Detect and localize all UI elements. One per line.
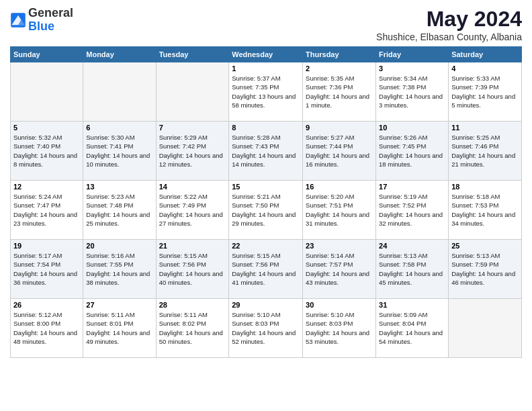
day-number: 14 [159,183,226,191]
cell-details: Sunrise: 5:33 AMSunset: 7:39 PMDaylight:… [451,74,519,109]
day-number: 11 [451,124,519,132]
cell-details: Sunrise: 5:13 AMSunset: 7:58 PMDaylight:… [379,251,445,287]
calendar-cell: 1 Sunrise: 5:37 AMSunset: 7:35 PMDayligh… [229,62,303,122]
calendar-cell [156,62,229,122]
calendar-cell: 25 Sunrise: 5:13 AMSunset: 7:59 PMDaylig… [449,240,522,299]
calendar-cell: 10 Sunrise: 5:26 AMSunset: 7:45 PMDaylig… [376,122,449,181]
day-number: 9 [306,124,373,132]
calendar-cell: 19 Sunrise: 5:17 AMSunset: 7:54 PMDaylig… [11,240,83,299]
day-number: 19 [13,242,80,250]
day-number: 15 [232,183,300,191]
calendar-cell [83,62,156,122]
calendar-cell [449,299,522,358]
cell-details: Sunrise: 5:11 AMSunset: 8:02 PMDaylight:… [159,310,226,346]
day-number: 4 [451,64,519,73]
logo-general: General [28,6,73,19]
cell-details: Sunrise: 5:25 AMSunset: 7:46 PMDaylight:… [451,133,519,169]
header-wednesday: Wednesday [229,47,303,62]
calendar-cell: 16 Sunrise: 5:20 AMSunset: 7:51 PMDaylig… [303,181,376,240]
calendar-cell: 11 Sunrise: 5:25 AMSunset: 7:46 PMDaylig… [449,122,522,181]
day-number: 16 [306,183,373,191]
location-subtitle: Shushice, Elbasan County, Albania [376,32,522,42]
calendar-cell: 31 Sunrise: 5:09 AMSunset: 8:04 PMDaylig… [376,299,449,358]
cell-details: Sunrise: 5:15 AMSunset: 7:56 PMDaylight:… [159,251,226,287]
calendar-cell: 7 Sunrise: 5:29 AMSunset: 7:42 PMDayligh… [156,122,229,181]
cell-details: Sunrise: 5:27 AMSunset: 7:44 PMDaylight:… [306,133,373,169]
day-number: 3 [379,64,445,73]
cell-details: Sunrise: 5:23 AMSunset: 7:48 PMDaylight:… [86,192,152,228]
header-tuesday: Tuesday [156,47,229,62]
cell-details: Sunrise: 5:17 AMSunset: 7:54 PMDaylight:… [13,251,80,287]
calendar-cell: 4 Sunrise: 5:33 AMSunset: 7:39 PMDayligh… [449,62,522,122]
calendar-header-row: Sunday Monday Tuesday Wednesday Thursday… [11,47,522,62]
day-number: 21 [159,242,226,250]
cell-details: Sunrise: 5:34 AMSunset: 7:38 PMDaylight:… [379,74,445,109]
cell-details: Sunrise: 5:15 AMSunset: 7:56 PMDaylight:… [232,251,300,287]
calendar-cell: 14 Sunrise: 5:22 AMSunset: 7:49 PMDaylig… [156,181,229,240]
calendar-table: Sunday Monday Tuesday Wednesday Thursday… [10,46,522,358]
calendar-cell: 9 Sunrise: 5:27 AMSunset: 7:44 PMDayligh… [303,122,376,181]
logo-text: General Blue [28,7,73,34]
cell-details: Sunrise: 5:20 AMSunset: 7:51 PMDaylight:… [306,192,373,228]
day-number: 1 [232,64,300,73]
calendar-cell: 22 Sunrise: 5:15 AMSunset: 7:56 PMDaylig… [229,240,303,299]
calendar-cell: 27 Sunrise: 5:11 AMSunset: 8:01 PMDaylig… [83,299,156,358]
calendar-cell [11,62,83,122]
cell-details: Sunrise: 5:13 AMSunset: 7:59 PMDaylight:… [451,251,519,287]
day-number: 17 [379,183,445,191]
cell-details: Sunrise: 5:26 AMSunset: 7:45 PMDaylight:… [379,133,445,169]
calendar-cell: 12 Sunrise: 5:24 AMSunset: 7:47 PMDaylig… [11,181,83,240]
day-number: 23 [306,242,373,250]
day-number: 28 [159,301,226,309]
header-friday: Friday [376,47,449,62]
cell-details: Sunrise: 5:30 AMSunset: 7:41 PMDaylight:… [86,133,152,169]
cell-details: Sunrise: 5:29 AMSunset: 7:42 PMDaylight:… [159,133,226,169]
day-number: 5 [13,124,80,132]
month-title: May 2024 [376,7,522,32]
calendar-cell: 15 Sunrise: 5:21 AMSunset: 7:50 PMDaylig… [229,181,303,240]
day-number: 10 [379,124,445,132]
logo: General Blue [10,7,73,34]
calendar-cell: 18 Sunrise: 5:18 AMSunset: 7:53 PMDaylig… [449,181,522,240]
calendar-cell: 5 Sunrise: 5:32 AMSunset: 7:40 PMDayligh… [11,122,83,181]
cell-details: Sunrise: 5:19 AMSunset: 7:52 PMDaylight:… [379,192,445,228]
calendar-week-row: 26 Sunrise: 5:12 AMSunset: 8:00 PMDaylig… [11,299,522,358]
cell-details: Sunrise: 5:24 AMSunset: 7:47 PMDaylight:… [13,192,80,228]
calendar-cell: 29 Sunrise: 5:10 AMSunset: 8:03 PMDaylig… [229,299,303,358]
logo-blue: Blue [28,19,54,33]
cell-details: Sunrise: 5:28 AMSunset: 7:43 PMDaylight:… [232,133,300,169]
cell-details: Sunrise: 5:22 AMSunset: 7:49 PMDaylight:… [159,192,226,228]
calendar-week-row: 12 Sunrise: 5:24 AMSunset: 7:47 PMDaylig… [11,181,522,240]
day-number: 18 [451,183,519,191]
day-number: 31 [379,301,445,309]
day-number: 12 [13,183,80,191]
cell-details: Sunrise: 5:09 AMSunset: 8:04 PMDaylight:… [379,310,445,346]
day-number: 20 [86,242,152,250]
day-number: 26 [13,301,80,309]
calendar-cell: 23 Sunrise: 5:14 AMSunset: 7:57 PMDaylig… [303,240,376,299]
cell-details: Sunrise: 5:32 AMSunset: 7:40 PMDaylight:… [13,133,80,169]
cell-details: Sunrise: 5:14 AMSunset: 7:57 PMDaylight:… [306,251,373,287]
calendar-cell: 24 Sunrise: 5:13 AMSunset: 7:58 PMDaylig… [376,240,449,299]
calendar-week-row: 5 Sunrise: 5:32 AMSunset: 7:40 PMDayligh… [11,122,522,181]
day-number: 30 [306,301,373,309]
cell-details: Sunrise: 5:35 AMSunset: 7:36 PMDaylight:… [306,74,373,109]
calendar-cell: 8 Sunrise: 5:28 AMSunset: 7:43 PMDayligh… [229,122,303,181]
cell-details: Sunrise: 5:37 AMSunset: 7:35 PMDaylight:… [232,74,300,109]
calendar-week-row: 1 Sunrise: 5:37 AMSunset: 7:35 PMDayligh… [11,62,522,122]
day-number: 2 [306,64,373,73]
day-number: 8 [232,124,300,132]
day-number: 25 [451,242,519,250]
cell-details: Sunrise: 5:11 AMSunset: 8:01 PMDaylight:… [86,310,152,346]
calendar-cell: 6 Sunrise: 5:30 AMSunset: 7:41 PMDayligh… [83,122,156,181]
calendar-cell: 20 Sunrise: 5:16 AMSunset: 7:55 PMDaylig… [83,240,156,299]
cell-details: Sunrise: 5:10 AMSunset: 8:03 PMDaylight:… [306,310,373,346]
page: General Blue May 2024 Shushice, Elbasan … [0,0,532,411]
calendar-cell: 3 Sunrise: 5:34 AMSunset: 7:38 PMDayligh… [376,62,449,122]
day-number: 7 [159,124,226,132]
day-number: 22 [232,242,300,250]
calendar-cell: 21 Sunrise: 5:15 AMSunset: 7:56 PMDaylig… [156,240,229,299]
header-monday: Monday [83,47,156,62]
header-thursday: Thursday [303,47,376,62]
calendar-cell: 28 Sunrise: 5:11 AMSunset: 8:02 PMDaylig… [156,299,229,358]
